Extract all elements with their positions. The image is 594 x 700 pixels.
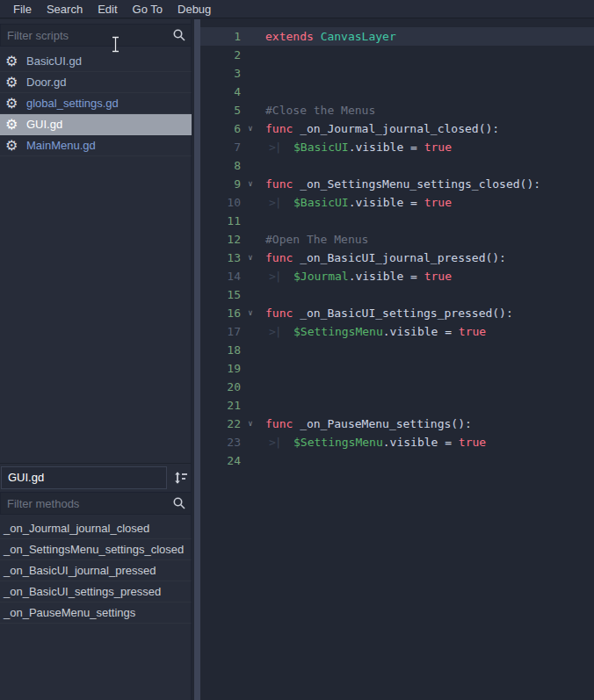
menu-item-file[interactable]: File <box>7 0 38 18</box>
code-line-17[interactable]: 17>|$SettingsMenu.visible = true <box>200 322 594 341</box>
code-line-8[interactable]: 8 <box>200 156 594 175</box>
code-line-11[interactable]: 11 <box>200 212 594 230</box>
method-item-_on_settingsmenu_settings_closed[interactable]: _on_SettingsMenu_settings_closed <box>0 539 192 560</box>
token-plain: _on_Jourmal_journal_closed(): <box>293 122 499 135</box>
menu-item-debug[interactable]: Debug <box>171 0 217 18</box>
line-number: 7 <box>200 138 241 156</box>
code-line-4[interactable]: 4 <box>200 83 594 101</box>
method-item-_on_basicui_journal_pressed[interactable]: _on_BasicUI_journal_pressed <box>0 560 192 581</box>
token-comment: #Open The Menus <box>265 233 368 246</box>
code-line-24[interactable]: 24 <box>200 451 594 470</box>
fold-arrow-icon[interactable]: ∨ <box>243 119 257 138</box>
code-line-1[interactable]: 1extends CanvasLayer <box>200 27 594 46</box>
token-node: $BasicUI <box>293 141 349 154</box>
filter-methods-box <box>0 492 192 515</box>
token-plain: .visible = <box>383 325 459 338</box>
token-plain: .visible = <box>349 141 424 154</box>
line-number: 21 <box>200 396 241 415</box>
code-line-9[interactable]: 9∨func _on_SettingsMenu_settings_closed(… <box>200 175 594 193</box>
fold-arrow-icon[interactable]: ∨ <box>243 415 257 433</box>
current-script-field[interactable]: GUI.gd <box>1 466 167 489</box>
code-line-7[interactable]: 7>|$BasicUI.visible = true <box>200 138 594 156</box>
line-number: 8 <box>200 156 241 175</box>
code-text: extends CanvasLayer <box>265 27 396 46</box>
code-line-2[interactable]: 2 <box>200 46 594 64</box>
menu-item-go-to[interactable]: Go To <box>127 0 169 18</box>
token-keyword: true <box>424 141 452 154</box>
fold-arrow-icon[interactable]: ∨ <box>243 175 257 193</box>
code-line-12[interactable]: 12#Open The Menus <box>200 230 594 249</box>
method-item-_on_pausemenu_settings[interactable]: _on_PauseMenu_settings <box>0 603 192 624</box>
code-line-21[interactable]: 21 <box>200 396 594 415</box>
gdscript-gear-icon: ⚙ <box>5 76 21 90</box>
code-line-13[interactable]: 13∨func _on_BasicUI_journal_pressed(): <box>200 249 594 267</box>
line-number: 6 <box>200 119 241 138</box>
method-item-_on_basicui_settings_pressed[interactable]: _on_BasicUI_settings_pressed <box>0 581 192 603</box>
code-line-23[interactable]: 23>|$SettingsMenu.visible = true <box>200 433 594 451</box>
menu-item-edit[interactable]: Edit <box>91 0 123 18</box>
code-line-6[interactable]: 6∨func _on_Jourmal_journal_closed(): <box>200 119 594 138</box>
token-plain: .visible = <box>349 270 424 283</box>
script-item-mainmenu-gd[interactable]: ⚙MainMenu.gd <box>0 135 192 156</box>
token-keyword: func <box>265 177 293 191</box>
gdscript-gear-icon: ⚙ <box>5 97 21 111</box>
method-list: _on_Jourmal_journal_closed_on_SettingsMe… <box>0 518 192 624</box>
token-plain <box>314 30 321 43</box>
script-list: ⚙BasicUI.gd⚙Door.gd⚙global_settings.gd⚙G… <box>0 51 192 156</box>
token-keyword: extends <box>265 30 314 43</box>
fold-arrow-icon[interactable]: ∨ <box>243 249 257 267</box>
script-item-basicui-gd[interactable]: ⚙BasicUI.gd <box>0 51 192 72</box>
line-number: 22 <box>200 415 241 433</box>
script-item-label: GUI.gd <box>26 118 62 131</box>
sort-methods-button[interactable] <box>172 469 190 487</box>
code-line-15[interactable]: 15 <box>200 285 594 304</box>
code-text: >|$SettingsMenu.visible = true <box>265 433 486 451</box>
code-text: func _on_PauseMenu_settings(): <box>265 415 472 433</box>
fold-arrow-icon[interactable]: ∨ <box>243 304 257 322</box>
filter-scripts-input[interactable] <box>1 25 174 46</box>
tab-indent-marker: >| <box>265 193 293 212</box>
token-keyword: func <box>265 417 293 430</box>
token-node: $SettingsMenu <box>293 436 383 449</box>
menu-bar: FileSearchEditGo ToDebug <box>0 0 594 18</box>
line-number: 5 <box>200 101 241 119</box>
code-line-14[interactable]: 14>|$Jourmal.visible = true <box>200 267 594 285</box>
menu-item-search[interactable]: Search <box>40 0 89 18</box>
line-number: 17 <box>200 322 241 341</box>
code-line-3[interactable]: 3 <box>200 64 594 83</box>
token-node: $Jourmal <box>293 270 349 283</box>
code-line-16[interactable]: 16∨func _on_BasicUI_settings_pressed(): <box>200 304 594 322</box>
gdscript-gear-icon: ⚙ <box>5 118 21 132</box>
tab-indent-marker: >| <box>265 322 293 341</box>
line-number: 9 <box>200 175 241 193</box>
code-line-20[interactable]: 20 <box>200 378 594 396</box>
script-item-label: MainMenu.gd <box>26 139 96 152</box>
code-line-5[interactable]: 5#Close the Menus <box>200 101 594 119</box>
script-item-label: BasicUI.gd <box>26 54 82 68</box>
code-line-22[interactable]: 22∨func _on_PauseMenu_settings(): <box>200 415 594 433</box>
code-text: func _on_Jourmal_journal_closed(): <box>265 119 499 138</box>
code-line-10[interactable]: 10>|$BasicUI.visible = true <box>200 193 594 212</box>
code-text: >|$BasicUI.visible = true <box>265 193 452 212</box>
scripts-sidebar: ⚙BasicUI.gd⚙Door.gd⚙global_settings.gd⚙G… <box>0 19 192 700</box>
line-number: 11 <box>200 212 241 230</box>
code-line-19[interactable]: 19 <box>200 359 594 378</box>
tab-indent-marker: >| <box>265 433 293 451</box>
code-line-18[interactable]: 18 <box>200 341 594 359</box>
line-number: 13 <box>200 249 241 267</box>
code-text: >|$Jourmal.visible = true <box>265 267 452 285</box>
code-text: #Open The Menus <box>265 230 368 249</box>
search-icon <box>172 496 186 510</box>
method-item-_on_jourmal_journal_closed[interactable]: _on_Jourmal_journal_closed <box>0 518 192 539</box>
line-number: 19 <box>200 359 241 378</box>
script-item-door-gd[interactable]: ⚙Door.gd <box>0 72 192 93</box>
gdscript-gear-icon: ⚙ <box>5 54 21 69</box>
code-editor[interactable]: 1extends CanvasLayer2345#Close the Menus… <box>200 19 594 700</box>
panel-splitter[interactable] <box>194 19 200 700</box>
panel-separator <box>0 463 192 464</box>
script-item-gui-gd[interactable]: ⚙GUI.gd <box>0 114 192 135</box>
sort-icon <box>172 469 190 487</box>
script-item-global_settings-gd[interactable]: ⚙global_settings.gd <box>0 93 192 114</box>
filter-methods-input[interactable] <box>1 493 174 514</box>
line-number: 23 <box>200 433 241 451</box>
